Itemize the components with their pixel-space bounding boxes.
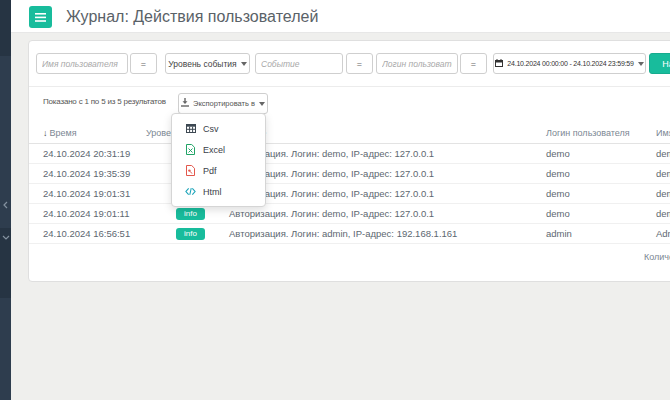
cell-name: demo [656,163,670,183]
log-panel: = Уровень события = = 24.10.2024 00:00:0… [28,40,670,282]
caret-down-icon [638,62,644,66]
menu-item-csv[interactable]: Csv [172,118,265,139]
cell-event: Авторизация. Логин: admin, IP-адрес: 192… [229,223,546,243]
menu-item-pdf[interactable]: Pdf [172,160,265,181]
level-badge: info [176,228,205,240]
results-summary: Показано с 1 по 5 из 5 результатов [43,97,166,106]
export-dropdown-menu: Csv Excel Pdf Html [171,113,266,207]
column-header-name[interactable]: Имя пользователя [656,123,670,143]
column-header-event[interactable]: Событие [229,123,546,143]
cell-time: 24.10.2024 20:31:19 [29,143,146,163]
column-label: Имя пользователя [656,128,670,138]
table-header-row: ↓Время Уровень события Событие Логин пол… [29,123,670,143]
caret-down-icon [241,62,247,66]
cell-time: 24.10.2024 19:35:39 [29,163,146,183]
table-row: 24.10.2024 19:01:31 info Авторизация. Ло… [29,183,670,203]
export-button-label: Экспортировать в [193,99,255,108]
caret-down-icon [259,102,265,106]
column-label: Логин пользователя [546,128,630,138]
cell-time: 24.10.2024 16:56:51 [29,223,146,243]
column-header-login[interactable]: Логин пользователя [546,123,656,143]
table-row: 24.10.2024 20:31:19 info Авторизация. Ло… [29,143,670,163]
table-row: 24.10.2024 19:01:11 info Авторизация. Ло… [29,203,670,223]
cell-login: admin [546,223,656,243]
cell-login: demo [546,183,656,203]
sidebar [0,0,11,400]
chevron-left-icon[interactable] [0,201,11,209]
column-label: Время [50,128,77,138]
menu-item-label: Html [203,187,222,197]
search-button[interactable]: Найти [649,53,670,74]
cell-login: demo [546,143,656,163]
file-excel-icon [185,144,196,155]
event-level-label: Уровень события [168,59,236,69]
sort-desc-icon: ↓ [43,128,48,138]
cell-event: Авторизация. Логин: demo, IP-адрес: 127.… [229,203,546,223]
cell-name: demo [656,143,670,163]
level-badge: info [176,208,205,220]
menu-item-html[interactable]: Html [172,181,265,202]
table-icon [185,124,196,133]
menu-item-label: Csv [203,124,219,134]
top-navbar: Журнал: Действия пользователей [11,0,670,33]
event-operator-select[interactable]: = [346,53,373,74]
download-icon [181,98,189,109]
operator-value: = [141,59,146,69]
cell-name: Admin [656,223,670,243]
filter-divider [29,86,670,87]
page-size-label: Количество [644,252,670,262]
file-code-icon [185,187,196,196]
page-title: Журнал: Действия пользователей [66,0,318,33]
menu-item-label: Pdf [203,166,217,176]
sidebar-segment-top [0,0,11,56]
hamburger-icon [35,10,46,25]
date-range-picker-button[interactable]: 24.10.2024 00:00:00 - 24.10.2024 23:59:5… [493,53,646,74]
username-operator-select[interactable]: = [130,53,157,74]
export-button[interactable]: Экспортировать в [178,93,268,114]
table-row: 24.10.2024 19:35:39 info Авторизация. Ло… [29,163,670,183]
menu-item-excel[interactable]: Excel [172,139,265,160]
calendar-icon [495,59,503,68]
login-operator-select[interactable]: = [460,53,487,74]
cell-event: Авторизация. Логин: demo, IP-адрес: 127.… [229,183,546,203]
cell-name: demo [656,183,670,203]
cell-login: demo [546,163,656,183]
event-level-filter-button[interactable]: Уровень события [165,53,250,74]
log-table: ↓Время Уровень события Событие Логин пол… [29,123,670,244]
operator-value: = [471,59,476,69]
date-range-value: 24.10.2024 00:00:00 - 24.10.2024 23:59:5… [507,60,633,67]
column-header-time[interactable]: ↓Время [29,123,146,143]
sidebar-toggle-button[interactable] [29,6,52,28]
menu-item-label: Excel [203,145,225,155]
chevron-down-icon[interactable] [0,235,11,240]
operator-value: = [357,59,362,69]
login-filter-input[interactable] [376,53,458,74]
cell-event: Авторизация. Логин: demo, IP-адрес: 127.… [229,163,546,183]
cell-name: demo [656,203,670,223]
username-filter-input[interactable] [36,53,128,74]
cell-login: demo [546,203,656,223]
table-row: 24.10.2024 16:56:51 info Авторизация. Ло… [29,223,670,243]
cell-time: 24.10.2024 19:01:11 [29,203,146,223]
cell-time: 24.10.2024 19:01:31 [29,183,146,203]
file-pdf-icon [185,165,196,176]
cell-event: Авторизация. Логин: demo, IP-адрес: 127.… [229,143,546,163]
app-viewport: Журнал: Действия пользователей = Уровень… [0,0,670,400]
event-filter-input[interactable] [255,53,343,74]
cell-level: info [146,223,229,243]
